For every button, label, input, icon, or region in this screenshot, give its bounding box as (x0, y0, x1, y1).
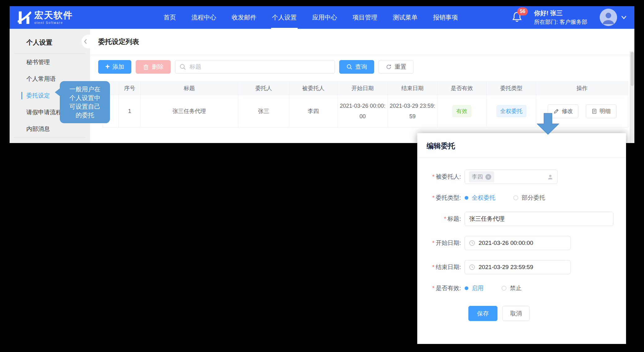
dialog-header: 编辑委托 (417, 133, 626, 158)
nav-item-project-management[interactable]: 项目管理 (345, 6, 385, 29)
avatar[interactable] (600, 9, 617, 26)
reset-button[interactable]: 重置 (379, 60, 414, 74)
cancel-button[interactable]: 取消 (502, 306, 530, 321)
status-badge-valid: 有效 (453, 105, 471, 117)
annotation-callout: 一般用户在 个人设置中 可设置自己 的委托 (60, 81, 110, 123)
query-button[interactable]: 查询 (339, 60, 374, 74)
clock-icon (469, 264, 475, 270)
dialog-body: *被委托人: 李四 × *委托类型: 全权委托 (417, 158, 626, 321)
dialog-actions: 保存 取消 (468, 306, 626, 321)
radio-disable[interactable]: 禁止 (502, 284, 522, 292)
document-icon (591, 108, 597, 114)
logo-subtitle: otent Software (34, 21, 73, 24)
tag-close-icon[interactable]: × (485, 174, 491, 180)
delegatee-tag: 李四 × (469, 171, 494, 182)
avatar-person-icon (600, 9, 617, 26)
required-asterisk: * (432, 194, 434, 201)
search-icon (346, 64, 353, 70)
sidebar-title: 个人设置 (10, 29, 90, 54)
nav-item-process-center[interactable]: 流程中心 (184, 6, 224, 29)
toolbar: + 添加 删除 (90, 55, 634, 74)
type-badge: 全权委托 (497, 105, 526, 117)
radio-dot (502, 286, 506, 291)
field-delegatee: *被委托人: 李四 × (417, 170, 626, 184)
delete-button[interactable]: 删除 (136, 60, 171, 74)
radio-partial-delegation[interactable]: 部分委托 (513, 194, 545, 202)
search-icon (179, 63, 186, 70)
person-icon[interactable] (547, 174, 553, 180)
start-date-picker[interactable]: 2021-03-26 00:00:00 (465, 236, 571, 250)
annotation-arrow-down (537, 113, 559, 135)
table-header-row: 序号 标题 委托人 被委托人 开始日期 结束日期 是否有效 委托类型 操作 (103, 82, 628, 95)
greeting-text: 你好! 张三 (534, 8, 587, 18)
cell-title: 张三任务代理 (141, 95, 238, 128)
radio-full-delegation[interactable]: 全权委托 (465, 194, 495, 202)
page-title-bar: 委托设定列表 (90, 29, 634, 55)
cell-index: 1 (119, 95, 141, 128)
top-navbar: 宏天软件 otent Software 首页 流程中心 收发邮件 个人设置 应用… (10, 6, 634, 29)
cell-delegator: 张三 (238, 95, 289, 128)
title-input[interactable] (465, 212, 613, 226)
main-nav: 首页 流程中心 收发邮件 个人设置 应用中心 项目管理 测试菜单 报销事项 (156, 6, 466, 29)
col-type: 委托类型 (487, 82, 536, 95)
col-end-date: 结束日期 (388, 82, 437, 95)
cell-type: 全权委托 (487, 95, 536, 128)
notification-badge: 56 (517, 7, 528, 15)
add-button[interactable]: + 添加 (98, 60, 131, 74)
field-end-date: *结束日期: 2021-03-29 23:59:59 (417, 260, 626, 274)
radio-enable[interactable]: 启用 (465, 284, 484, 292)
department-text: 所在部门: 客户服务部 (534, 18, 587, 27)
required-asterisk: * (432, 173, 434, 180)
clock-icon (469, 240, 475, 246)
search-box (175, 60, 335, 74)
col-delegator: 委托人 (238, 82, 289, 95)
detail-button[interactable]: 明细 (586, 104, 616, 118)
dialog-title: 编辑委托 (427, 142, 455, 150)
nav-item-home[interactable]: 首页 (156, 6, 184, 29)
search-input[interactable] (175, 60, 335, 74)
field-start-date: *开始日期: 2021-03-26 00:00:00 (417, 236, 626, 250)
cell-delegatee: 李四 (289, 95, 338, 128)
col-valid: 是否有效 (437, 82, 487, 95)
scrollbar-thumb[interactable] (631, 52, 634, 86)
col-title: 标题 (141, 82, 238, 95)
nav-item-mail[interactable]: 收发邮件 (224, 6, 264, 29)
required-asterisk: * (432, 264, 434, 270)
topbar-right: 56 你好! 张三 所在部门: 客户服务部 (512, 8, 627, 27)
chevron-left-icon (84, 39, 87, 44)
trash-icon (143, 64, 149, 70)
page-title: 委托设定列表 (98, 37, 139, 46)
radio-dot (465, 196, 468, 200)
cell-end-date: 2021-03-29 23:59:59 (388, 95, 437, 128)
delegatee-input[interactable]: 李四 × (465, 170, 558, 184)
col-index: 序号 (119, 82, 141, 95)
user-greeting: 你好! 张三 所在部门: 客户服务部 (534, 8, 587, 27)
nav-item-test-menu[interactable]: 测试菜单 (385, 6, 425, 29)
nav-item-expense[interactable]: 报销事项 (425, 6, 466, 29)
edit-delegation-dialog: 编辑委托 *被委托人: 李四 × *委托类型: 全权委托 (417, 133, 626, 344)
chevron-down-icon[interactable] (621, 15, 627, 20)
field-delegation-type: *委托类型: 全权委托 部分委托 (417, 194, 626, 202)
refresh-icon (386, 64, 392, 70)
nav-item-app-center[interactable]: 应用中心 (304, 6, 345, 29)
divider (14, 137, 86, 138)
save-button[interactable]: 保存 (468, 306, 497, 321)
end-date-picker[interactable]: 2021-03-29 23:59:59 (465, 260, 571, 274)
sidebar-item-internal-messages[interactable]: 内部消息 (10, 121, 90, 137)
required-asterisk: * (432, 285, 434, 291)
col-delegatee: 被委托人 (289, 82, 338, 95)
field-title: *标题: (417, 212, 626, 226)
nav-item-personal-settings[interactable]: 个人设置 (264, 6, 304, 29)
vertical-scrollbar[interactable] (630, 51, 634, 143)
logo-title: 宏天软件 (34, 11, 73, 20)
required-asterisk: * (432, 240, 434, 246)
required-asterisk: * (444, 215, 446, 222)
col-start-date: 开始日期 (338, 82, 388, 95)
col-actions: 操作 (536, 82, 628, 95)
cell-valid: 有效 (437, 95, 487, 128)
sidebar-item-secretary-management[interactable]: 秘书管理 (10, 54, 90, 71)
plus-icon: + (105, 63, 110, 70)
field-validity: *是否有效: 启用 禁止 (417, 284, 626, 292)
notification-bell[interactable]: 56 (512, 11, 524, 24)
radio-dot (513, 195, 518, 200)
